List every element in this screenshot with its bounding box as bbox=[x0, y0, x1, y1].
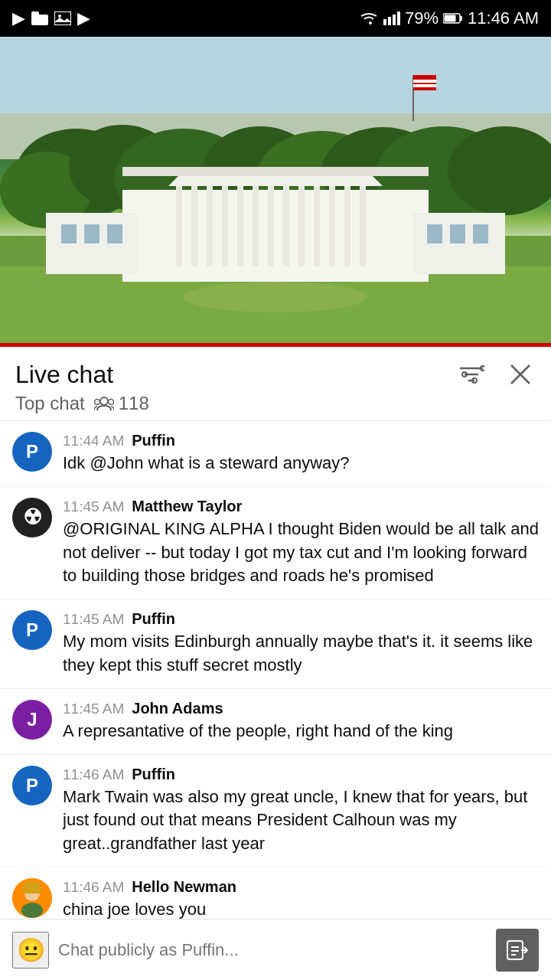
top-chat-label: Top chat bbox=[15, 393, 85, 414]
filter-button[interactable] bbox=[456, 359, 487, 390]
svg-rect-52 bbox=[413, 84, 436, 87]
svg-point-68 bbox=[21, 903, 43, 918]
svg-rect-46 bbox=[427, 224, 442, 243]
svg-rect-33 bbox=[283, 186, 289, 266]
message-author: John Adams bbox=[132, 700, 223, 717]
messages-list: P 11:44 AM Puffin Idk @John what is a st… bbox=[0, 421, 551, 980]
message-text: A represantative of the people, right ha… bbox=[63, 721, 453, 740]
send-button[interactable] bbox=[496, 929, 539, 972]
svg-rect-0 bbox=[31, 15, 48, 25]
status-left: ▶ ▶ bbox=[12, 8, 90, 28]
chat-sub-header: Top chat 118 bbox=[15, 393, 536, 414]
svg-rect-38 bbox=[360, 186, 366, 266]
svg-rect-9 bbox=[445, 15, 456, 22]
avatar: J bbox=[12, 700, 52, 740]
signal-icon bbox=[383, 11, 400, 25]
message-time: 11:44 AM bbox=[63, 433, 124, 449]
status-right: 79% 11:46 AM bbox=[359, 8, 539, 28]
avatar: ☢ bbox=[12, 498, 52, 537]
message-author: Puffin bbox=[132, 766, 175, 783]
svg-rect-34 bbox=[298, 186, 305, 266]
svg-rect-51 bbox=[413, 80, 436, 83]
avatar: P bbox=[12, 610, 52, 650]
svg-rect-10 bbox=[460, 16, 462, 21]
svg-rect-5 bbox=[388, 17, 391, 25]
svg-rect-25 bbox=[122, 190, 429, 282]
message-author: Hello Newman bbox=[132, 878, 236, 896]
svg-rect-4 bbox=[383, 19, 386, 25]
svg-rect-35 bbox=[314, 186, 320, 266]
viewer-count: 118 bbox=[94, 393, 149, 414]
viewer-count-number: 118 bbox=[119, 393, 149, 414]
message-meta: 11:46 AM Puffin bbox=[63, 766, 539, 783]
time-display: 11:46 AM bbox=[468, 8, 539, 28]
chat-header-actions bbox=[456, 359, 536, 390]
message-author: Puffin bbox=[132, 432, 175, 449]
svg-rect-32 bbox=[268, 186, 274, 266]
svg-rect-26 bbox=[176, 186, 182, 266]
avatar bbox=[12, 878, 52, 918]
message-content: 11:46 AM Hello Newman china joe loves yo… bbox=[63, 878, 539, 922]
close-button[interactable] bbox=[505, 359, 536, 390]
message-content: 11:45 AM Puffin My mom visits Edinburgh … bbox=[63, 610, 539, 678]
message-content: 11:44 AM Puffin Idk @John what is a stew… bbox=[63, 432, 539, 475]
avatar: P bbox=[12, 766, 52, 805]
svg-rect-7 bbox=[397, 11, 400, 25]
message-meta: 11:45 AM John Adams bbox=[63, 700, 539, 717]
status-bar: ▶ ▶ 79% 11:46 AM bbox=[0, 0, 551, 37]
battery-text: 79% bbox=[405, 8, 439, 28]
message-item: P 11:44 AM Puffin Idk @John what is a st… bbox=[0, 421, 551, 487]
message-text: china joe loves you bbox=[63, 900, 206, 919]
message-text: @ORIGINAL KING ALPHA I thought Biden wou… bbox=[63, 519, 539, 586]
battery-icon bbox=[443, 13, 463, 24]
svg-rect-48 bbox=[473, 224, 488, 243]
message-item: P 11:45 AM Puffin My mom visits Edinburg… bbox=[0, 599, 551, 689]
message-content: 11:46 AM Puffin Mark Twain was also my g… bbox=[63, 766, 539, 856]
message-meta: 11:45 AM Matthew Taylor bbox=[63, 498, 539, 515]
svg-point-63 bbox=[94, 400, 99, 405]
svg-rect-27 bbox=[191, 186, 197, 266]
svg-rect-45 bbox=[107, 224, 122, 243]
message-time: 11:45 AM bbox=[63, 701, 124, 717]
video-area[interactable] bbox=[0, 37, 551, 343]
emoji-button[interactable]: 😐 bbox=[12, 932, 49, 969]
message-text: Mark Twain was also my great uncle, I kn… bbox=[63, 787, 527, 854]
svg-rect-47 bbox=[450, 224, 465, 243]
svg-point-53 bbox=[184, 282, 367, 312]
message-time: 11:45 AM bbox=[63, 498, 124, 515]
svg-rect-36 bbox=[329, 186, 335, 266]
svg-rect-37 bbox=[344, 186, 350, 266]
message-content: 11:45 AM John Adams A represantative of … bbox=[63, 700, 539, 743]
message-content: 11:45 AM Matthew Taylor @ORIGINAL KING A… bbox=[63, 498, 539, 588]
svg-rect-40 bbox=[122, 167, 429, 176]
send-icon bbox=[506, 939, 529, 961]
svg-rect-1 bbox=[31, 11, 39, 16]
svg-rect-28 bbox=[207, 186, 213, 266]
svg-rect-2 bbox=[54, 11, 71, 25]
svg-rect-44 bbox=[84, 224, 99, 243]
emoji-icon: 😐 bbox=[17, 936, 45, 963]
folder-icon bbox=[31, 11, 48, 25]
message-time: 11:46 AM bbox=[63, 879, 124, 896]
chat-input[interactable] bbox=[58, 932, 487, 969]
message-item: J 11:45 AM John Adams A represantative o… bbox=[0, 689, 551, 755]
svg-rect-31 bbox=[253, 186, 259, 266]
chat-input-bar: 😐 bbox=[0, 919, 551, 980]
play-icon: ▶ bbox=[77, 8, 90, 28]
message-time: 11:46 AM bbox=[63, 766, 124, 783]
chat-header: Live chat Top bbox=[0, 347, 551, 421]
svg-point-64 bbox=[108, 400, 113, 405]
svg-rect-6 bbox=[393, 15, 396, 25]
message-item: ☢ 11:45 AM Matthew Taylor @ORIGINAL KING… bbox=[0, 487, 551, 599]
message-time: 11:45 AM bbox=[63, 611, 124, 628]
viewer-icon bbox=[94, 396, 114, 411]
message-author: Puffin bbox=[132, 610, 175, 628]
svg-rect-29 bbox=[222, 186, 228, 266]
message-item: P 11:46 AM Puffin Mark Twain was also my… bbox=[0, 755, 551, 867]
image-icon bbox=[54, 11, 71, 25]
svg-rect-43 bbox=[61, 224, 77, 243]
avatar: P bbox=[12, 432, 52, 472]
message-text: My mom visits Edinburgh annually maybe t… bbox=[63, 632, 533, 675]
svg-rect-30 bbox=[237, 186, 243, 266]
message-text: Idk @John what is a steward anyway? bbox=[63, 453, 350, 472]
